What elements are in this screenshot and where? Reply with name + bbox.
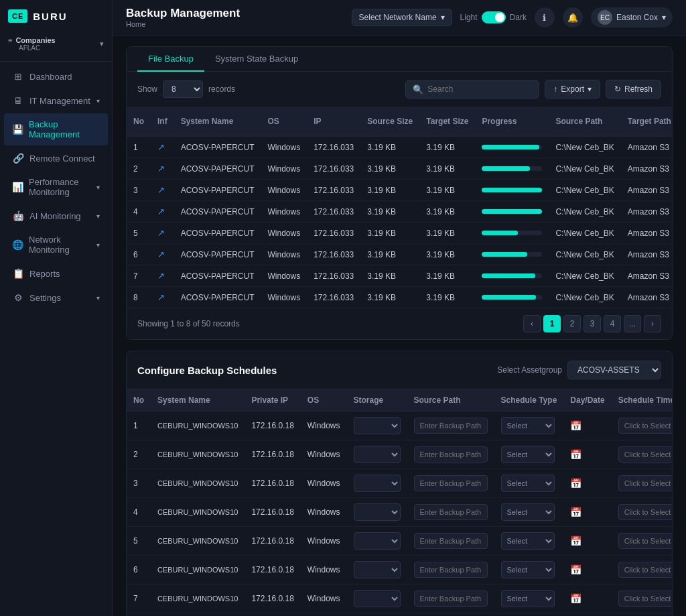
cell-inf[interactable]: ↗ — [151, 287, 174, 308]
cfg-cell-storage[interactable] — [347, 613, 407, 617]
storage-select[interactable] — [354, 446, 401, 463]
sidebar-item-dashboard[interactable]: ⊞ Dashboard — [4, 65, 108, 88]
user-menu[interactable]: EC Easton Cox ▾ — [591, 7, 673, 27]
cell-inf[interactable]: ↗ — [151, 137, 174, 158]
cfg-cell-source-path[interactable] — [407, 412, 494, 440]
page-4-button[interactable]: 4 — [604, 315, 621, 332]
calendar-icon[interactable]: 📅 — [570, 478, 581, 489]
cfg-cell-schedule-type[interactable]: Select Daily Weekly Monthly — [494, 527, 564, 556]
cfg-cell-schedule-type[interactable]: Select Daily Weekly Monthly — [494, 498, 564, 527]
cfg-cell-source-path[interactable] — [407, 498, 494, 527]
cfg-cell-schedule-time[interactable] — [612, 412, 673, 440]
cfg-cell-day-date[interactable]: 📅 — [563, 613, 611, 617]
cfg-cell-schedule-time[interactable] — [612, 613, 673, 617]
cell-inf[interactable]: ↗ — [151, 158, 174, 180]
cfg-cell-source-path[interactable] — [407, 527, 494, 556]
cell-inf[interactable]: ↗ — [151, 201, 174, 223]
source-path-input[interactable] — [414, 591, 488, 607]
schedule-type-select[interactable]: Select Daily Weekly Monthly — [501, 446, 555, 463]
cell-inf[interactable]: ↗ — [151, 244, 174, 265]
cfg-cell-source-path[interactable] — [407, 613, 494, 617]
schedule-time-input[interactable] — [618, 475, 673, 491]
cfg-cell-storage[interactable] — [347, 469, 407, 498]
cfg-cell-storage[interactable] — [347, 412, 407, 440]
cfg-cell-schedule-time[interactable] — [612, 469, 673, 498]
notifications-button[interactable]: 🔔 — [563, 7, 583, 27]
sidebar-item-reports[interactable]: 📋 Reports — [4, 262, 108, 285]
calendar-icon[interactable]: 📅 — [570, 564, 581, 575]
cfg-cell-schedule-time[interactable] — [612, 498, 673, 527]
page-2-button[interactable]: 2 — [563, 315, 581, 332]
sidebar-item-backup-management[interactable]: 💾 Backup Management — [4, 113, 108, 145]
next-page-button[interactable]: › — [644, 315, 661, 332]
cfg-cell-day-date[interactable]: 📅 — [563, 440, 611, 469]
cfg-cell-day-date[interactable]: 📅 — [563, 527, 611, 556]
cfg-cell-storage[interactable] — [347, 556, 407, 584]
schedule-type-select[interactable]: Select Daily Weekly Monthly — [501, 590, 555, 607]
cfg-cell-day-date[interactable]: 📅 — [563, 498, 611, 527]
cfg-cell-schedule-type[interactable]: Select Daily Weekly Monthly — [494, 584, 564, 613]
sidebar-item-network-monitoring[interactable]: 🌐 Network Monitoring ▾ — [4, 229, 108, 261]
cfg-cell-source-path[interactable] — [407, 469, 494, 498]
cfg-cell-day-date[interactable]: 📅 — [563, 469, 611, 498]
page-1-button[interactable]: 1 — [543, 315, 561, 332]
storage-select[interactable] — [354, 532, 401, 550]
cfg-cell-source-path[interactable] — [407, 556, 494, 584]
cfg-cell-source-path[interactable] — [407, 584, 494, 613]
tab-system-state-backup[interactable]: System State Backup — [204, 47, 309, 72]
storage-select[interactable] — [354, 503, 401, 521]
help-button[interactable]: ℹ — [535, 7, 555, 27]
cfg-cell-storage[interactable] — [347, 498, 407, 527]
cfg-cell-day-date[interactable]: 📅 — [563, 584, 611, 613]
storage-select[interactable] — [354, 417, 401, 434]
export-button[interactable]: ↑ Export ▾ — [545, 80, 600, 99]
theme-toggle[interactable]: Light Dark — [460, 11, 527, 23]
cell-inf[interactable]: ↗ — [151, 180, 174, 201]
calendar-icon[interactable]: 📅 — [570, 449, 581, 460]
cfg-cell-source-path[interactable] — [407, 440, 494, 469]
schedule-type-select[interactable]: Select Daily Weekly Monthly — [501, 417, 555, 434]
sidebar-item-it-management[interactable]: 🖥 IT Management ▾ — [4, 89, 108, 112]
cfg-cell-schedule-time[interactable] — [612, 556, 673, 584]
refresh-button[interactable]: ↻ Refresh — [606, 80, 661, 99]
prev-page-button[interactable]: ‹ — [523, 315, 541, 332]
calendar-icon[interactable]: 📅 — [570, 536, 581, 546]
storage-select[interactable] — [354, 475, 401, 492]
calendar-icon[interactable]: 📅 — [570, 507, 581, 517]
search-input[interactable] — [427, 84, 532, 94]
sidebar-item-performance-monitoring[interactable]: 📊 Performance Monitoring ▾ — [4, 171, 108, 203]
schedule-time-input[interactable] — [618, 504, 673, 520]
calendar-icon[interactable]: 📅 — [570, 593, 581, 604]
assetgroup-select[interactable]: ACOSV-ASSETS — [567, 361, 661, 379]
storage-select[interactable] — [354, 590, 401, 607]
source-path-input[interactable] — [414, 533, 488, 549]
cfg-cell-schedule-type[interactable]: Select Daily Weekly Monthly — [494, 440, 564, 469]
search-box[interactable]: 🔍 — [405, 80, 539, 99]
schedule-type-select[interactable]: Select Daily Weekly Monthly — [501, 503, 555, 521]
storage-select[interactable] — [354, 561, 401, 578]
cfg-cell-schedule-type[interactable]: Select Daily Weekly Monthly — [494, 613, 564, 617]
cfg-cell-day-date[interactable]: 📅 — [563, 556, 611, 584]
source-path-input[interactable] — [414, 504, 488, 520]
cell-inf[interactable]: ↗ — [151, 265, 174, 287]
records-per-page-select[interactable]: 8 16 25 50 — [163, 80, 203, 98]
cfg-cell-schedule-type[interactable]: Select Daily Weekly Monthly — [494, 469, 564, 498]
cfg-cell-storage[interactable] — [347, 584, 407, 613]
network-selector[interactable]: Select Network Name ▾ — [352, 9, 452, 26]
schedule-time-input[interactable] — [618, 562, 673, 578]
schedule-time-input[interactable] — [618, 418, 673, 434]
schedule-type-select[interactable]: Select Daily Weekly Monthly — [501, 561, 555, 578]
tab-file-backup[interactable]: File Backup — [137, 47, 204, 72]
cfg-cell-storage[interactable] — [347, 527, 407, 556]
source-path-input[interactable] — [414, 418, 488, 434]
source-path-input[interactable] — [414, 475, 488, 491]
source-path-input[interactable] — [414, 446, 488, 463]
schedule-type-select[interactable]: Select Daily Weekly Monthly — [501, 532, 555, 550]
page-3-button[interactable]: 3 — [584, 315, 601, 332]
schedule-time-input[interactable] — [618, 446, 673, 463]
company-selector[interactable]: ≡ Companies AFLAC ▾ — [0, 32, 112, 58]
schedule-type-select[interactable]: Select Daily Weekly Monthly — [501, 475, 555, 492]
schedule-time-input[interactable] — [618, 533, 673, 549]
cfg-cell-schedule-time[interactable] — [612, 527, 673, 556]
sidebar-item-remote-connect[interactable]: 🔗 Remote Connect — [4, 147, 108, 170]
